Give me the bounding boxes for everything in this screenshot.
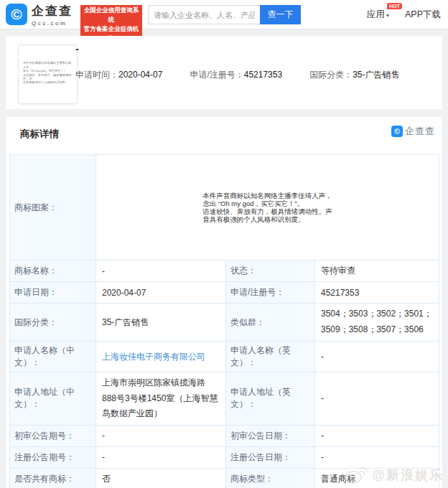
field-label: 申请人地址（英文）： [226,372,315,426]
field-label: 是否共有商标： [10,469,96,488]
field-value: 否 [96,469,226,488]
table-row-image: 商标图案： 本件声音商标以知名网络主播李佳琦人声， 念出 “Oh my god，… [10,155,439,261]
trademark-thumbnail[interactable]: 本件声音商标以知名网络主播李佳琦人声， 念出 “Oh my god，买它买它！”… [18,44,78,104]
field-label: 类似群： [226,304,315,342]
search-bar: 查一下 [148,5,301,24]
hot-badge: HOT [387,3,402,9]
field-value: - [315,372,439,426]
qcc-logo-icon[interactable]: © [6,4,27,25]
nav-apps-label: 应用 [367,9,385,19]
search-button[interactable]: 查一下 [260,5,301,24]
qcc-brand-label: 企查查 [405,125,435,138]
table-row: 申请人名称（中文）： 上海妆佳电子商务有限公司 申请人名称（英文）： - [10,342,439,372]
field-value: 45217353 [244,70,282,80]
field-value: 2020-04-07 [118,70,162,80]
table-row: 申请日期： 2020-04-07 申请/注册号： 45217353 [10,282,439,304]
summary-fields: 申请时间：2020-04-07 申请/注册号：45217353 国际分类：35-… [75,69,399,81]
field-label: 申请日期： [10,282,96,304]
similar-group-value: 3504；3503；3502；3501；3509；3508；3507；3506 [315,304,439,342]
field-value: - [96,426,226,447]
field-label: 国际分类： [309,70,353,80]
trademark-image-cell: 本件声音商标以知名网络主播李佳琦人声， 念出 “Oh my god，买它买它！”… [96,155,439,261]
chevron-down-icon: ▾ [386,12,389,19]
applicant-name-cell: 上海妆佳电子商务有限公司 [96,342,226,372]
header-nav: 应用▾ HOT APP下载 [367,9,441,21]
table-row: 申请人地址（中文）： 上海市崇明区陈家镇揽海路888号3号楼1450室（上海智慧… [10,372,439,426]
status-value: 等待审查 [315,261,439,282]
table-row: 商标名称： - 状态： 等待审查 [10,261,439,282]
qcc-logo[interactable]: 企查查 Qcc.com [32,3,73,27]
gov-badge-line1: 全国企业信用查询系统 [82,6,141,24]
search-input[interactable] [148,5,260,24]
qcc-logo-name: 企查查 [32,3,73,19]
field-value: - [315,342,439,372]
field-label-trademark-image: 商标图案： [10,155,96,261]
sina-ent-watermark: @新浪娱乐 [343,465,444,485]
field-label: 状态： [226,261,315,282]
table-row: 初审公告期号： - 初审公告日期： - [10,426,439,447]
field-label: 商标类型： [226,469,315,488]
trademark-details-section: 商标详情 © 企查查 商标图案： 本件声音商标以知名网络主播李佳琦人声， 念出 … [6,117,442,488]
applicant-address-value: 上海市崇明区陈家镇揽海路888号3号楼1450室（上海智慧岛数据产业园） [96,372,226,426]
applicant-company-link[interactable]: 上海妆佳电子商务有限公司 [102,351,205,363]
field-value: 2020-04-07 [96,282,226,304]
field-label: 初审公告日期： [226,426,315,447]
trademark-thumbnail-text: 本件声音商标以知名网络主播李佳琦人声， 念出 “Oh my god，买它买它！”… [23,61,74,85]
field-label: 申请时间： [75,70,118,80]
field-value: - [96,261,226,282]
field-value: 45217353 [315,282,439,304]
top-navigation-bar: © 企查查 Qcc.com 全国企业信用查询系统 官方备案企业征信机构 查一下 … [0,0,448,29]
field-label: 注册公告期号： [10,447,96,469]
field-value: 35-广告销售 [353,70,399,80]
qcc-brand-stamp: © 企查查 [391,125,435,138]
field-value: - [96,447,226,469]
qcc-logo-domain: Qcc.com [32,20,73,27]
table-row: 国际分类： 35-广告销售 类似群： 3504；3503；3502；3501；3… [10,304,439,342]
field-value: - [315,426,439,447]
field-label: 申请人地址（中文）： [10,372,96,426]
watermark-text: @新浪娱乐 [372,466,444,484]
summary-field-reg-number: 申请/注册号：45217353 [190,69,282,81]
field-label: 申请人名称（英文）： [226,342,315,372]
nav-app-download[interactable]: APP下载 [405,9,441,21]
section-title: 商标详情 [20,128,59,141]
field-label: 申请人名称（中文）： [10,342,96,372]
nav-apps[interactable]: 应用▾ HOT [367,9,389,21]
field-label: 申请/注册号： [226,282,315,304]
field-value: 35-广告销售 [96,304,226,342]
weibo-icon [343,465,369,485]
trademark-sound-description: 本件声音商标以知名网络主播李佳琦人声， 念出 “Oh my god，买它买它！”… [202,192,332,224]
field-label: 商标名称： [10,261,96,282]
trademark-title: - [75,42,79,55]
summary-field-intl-class: 国际分类：35-广告销售 [309,69,399,81]
qcc-brand-icon: © [391,126,403,137]
field-label: 申请/注册号： [190,70,243,80]
field-label: 国际分类： [10,304,96,342]
field-label: 初审公告期号： [10,426,96,447]
field-label: 注册公告日期： [226,447,315,469]
summary-field-apply-date: 申请时间：2020-04-07 [75,69,162,81]
trademark-summary-card: 本件声音商标以知名网络主播李佳琦人声， 念出 “Oh my god，买它买它！”… [6,36,442,109]
trademark-details-table: 商标图案： 本件声音商标以知名网络主播李佳琦人声， 念出 “Oh my god，… [9,154,439,488]
